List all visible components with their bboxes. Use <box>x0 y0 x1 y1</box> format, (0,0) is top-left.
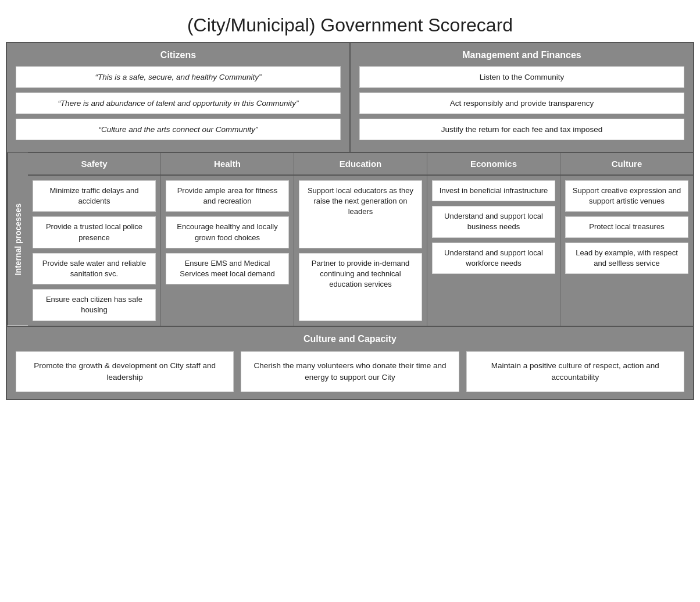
culture-capacity-header: Culture and Capacity <box>16 334 684 344</box>
internal-processes-label: Internal processes <box>7 153 28 326</box>
col-header-culture: Culture <box>560 153 693 174</box>
column-culture: Support creative expression and support … <box>560 176 693 326</box>
col-header-health: Health <box>161 153 294 174</box>
bottom-section: Culture and Capacity Promote the growth … <box>7 327 693 400</box>
safety-cell-2: Provide a trusted local police presence <box>33 216 156 248</box>
management-item-1: Listen to the Community <box>359 66 684 88</box>
citizens-panel: Citizens “This is a safe, secure, and he… <box>7 43 351 152</box>
columns-body: Minimize traffic delays and accidents Pr… <box>28 176 693 326</box>
columns-header: Safety Health Education Economics Cultur… <box>28 153 693 176</box>
health-cell-2: Encourage healthy and locally grown food… <box>166 216 289 248</box>
education-cell-1: Support local educators as they raise th… <box>299 180 422 248</box>
safety-cell-3: Provide safe water and reliable sanitati… <box>33 253 156 284</box>
page-title: (City/Municipal) Government Scorecard <box>6 6 694 42</box>
top-section: Citizens “This is a safe, secure, and he… <box>7 43 693 153</box>
management-item-3: Justify the return for each fee and tax … <box>359 119 684 140</box>
safety-cell-4: Ensure each citizen has safe housing <box>33 289 156 320</box>
column-safety: Minimize traffic delays and accidents Pr… <box>28 176 161 326</box>
citizens-item-1: “This is a safe, secure, and healthy Com… <box>16 66 341 88</box>
column-economics: Invest in beneficial infrastructure Unde… <box>427 176 560 326</box>
culture-cell-2: Protect local treasures <box>565 216 688 237</box>
citizens-item-2: “There is and abundance of talent and op… <box>16 92 341 114</box>
bottom-card-1: Promote the growth & development on City… <box>16 351 234 393</box>
health-cell-3: Ensure EMS and Medical Services meet loc… <box>166 253 289 284</box>
management-panel: Management and Finances Listen to the Co… <box>351 43 693 152</box>
citizens-header: Citizens <box>16 50 341 60</box>
economics-cell-1: Invest in beneficial infrastructure <box>432 180 555 201</box>
scorecard-container: Citizens “This is a safe, secure, and he… <box>6 42 694 400</box>
education-cell-2: Partner to provide in-demand continuing … <box>299 253 422 321</box>
health-cell-1: Provide ample area for fitness and recre… <box>166 180 289 212</box>
bottom-card-3: Maintain a positive culture of respect, … <box>466 351 684 393</box>
culture-cell-1: Support creative expression and support … <box>565 180 688 212</box>
column-health: Provide ample area for fitness and recre… <box>161 176 294 326</box>
col-header-safety: Safety <box>28 153 161 174</box>
columns-wrapper: Safety Health Education Economics Cultur… <box>28 153 693 326</box>
culture-cell-3: Lead by example, with respect and selfle… <box>565 243 688 274</box>
citizens-item-3: “Culture and the arts connect our Commun… <box>16 119 341 140</box>
bottom-card-2: Cherish the many volunteers who donate t… <box>241 351 459 393</box>
safety-cell-1: Minimize traffic delays and accidents <box>33 180 156 212</box>
col-header-education: Education <box>294 153 427 174</box>
economics-cell-3: Understand and support local workforce n… <box>432 243 555 274</box>
middle-section: Internal processes Safety Health Educati… <box>7 153 693 327</box>
economics-cell-2: Understand and support local business ne… <box>432 206 555 237</box>
col-header-economics: Economics <box>427 153 560 174</box>
management-header: Management and Finances <box>359 50 684 60</box>
bottom-cards: Promote the growth & development on City… <box>16 351 684 393</box>
management-item-2: Act responsibly and provide transparency <box>359 92 684 114</box>
column-education: Support local educators as they raise th… <box>294 176 427 326</box>
